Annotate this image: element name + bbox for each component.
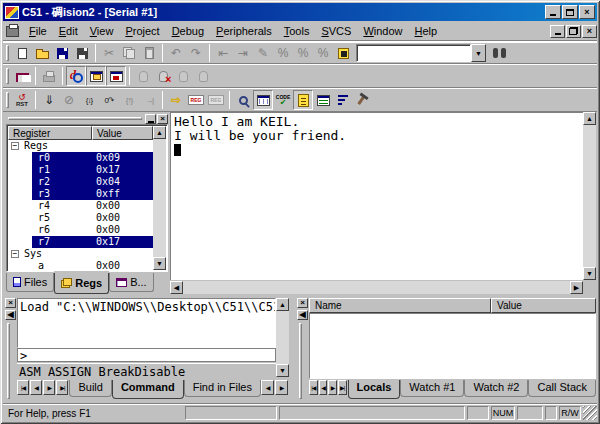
mdi-minimize-button[interactable] <box>550 25 565 38</box>
watch-tab-call-stack[interactable]: Call Stack <box>528 380 596 397</box>
menu-file[interactable]: File <box>23 23 53 39</box>
output-nav-last-icon[interactable]: ▶| <box>56 380 68 395</box>
command-scrollbar[interactable]: ▲ ▼ <box>276 298 289 377</box>
register-row[interactable]: r60x00 <box>8 224 153 236</box>
start-stop-debug-button[interactable] <box>66 66 86 86</box>
serial-document-icon[interactable] <box>6 26 19 37</box>
watch-nav-last-icon[interactable]: ▶| <box>338 380 347 395</box>
serial-window[interactable]: Hello I am KEIL.I will be your friend. <box>170 112 583 280</box>
register-pane-grip[interactable]: × <box>6 113 168 124</box>
performance-analyzer-button[interactable] <box>333 90 353 110</box>
open-file-button[interactable] <box>32 43 52 63</box>
reset-cpu-button[interactable] <box>12 90 32 110</box>
combo-dropdown-button[interactable]: ▼ <box>471 44 486 62</box>
output-pane-grip[interactable]: × ◀ <box>3 297 16 401</box>
output-tab-build[interactable]: Build <box>69 380 111 397</box>
tab-files[interactable]: Files <box>6 273 54 292</box>
dock-close-button[interactable]: × <box>157 114 168 124</box>
title-bar[interactable]: C51 - 碉ision2 - [Serial #1] × <box>3 3 597 21</box>
menu-tools[interactable]: Tools <box>278 23 316 39</box>
minimize-button[interactable] <box>545 5 561 19</box>
run-button[interactable]: ⇓ <box>39 90 59 110</box>
watch-nav-first-icon[interactable]: |◀ <box>309 380 318 395</box>
toolbar-grip[interactable] <box>6 45 9 61</box>
value-column-header[interactable]: Value <box>92 126 153 140</box>
scroll-down-icon[interactable]: ▼ <box>583 267 596 280</box>
menu-project[interactable]: Project <box>119 23 165 39</box>
tools-menu-button[interactable] <box>353 90 373 110</box>
scroll-down-icon[interactable]: ▼ <box>153 257 166 270</box>
find-in-files-button[interactable] <box>489 43 509 63</box>
dock-collapse-button[interactable]: ◀ <box>297 310 308 320</box>
scroll-left-icon[interactable]: ◀ <box>170 281 183 294</box>
find-text-input[interactable] <box>356 44 471 62</box>
code-coverage-button[interactable] <box>273 90 293 110</box>
step-into-button[interactable]: {↓} <box>79 90 99 110</box>
scroll-up-icon[interactable]: ▲ <box>153 126 166 139</box>
output-nav-first-icon[interactable]: |◀ <box>17 380 29 395</box>
menu-svcs[interactable]: SVCS <box>315 23 357 39</box>
watch-tab-locals[interactable]: Locals <box>348 380 401 399</box>
register-row[interactable]: r40x00 <box>8 200 153 212</box>
register-scrollbar[interactable]: ▲ ▼ <box>153 126 166 270</box>
output-nav-prev-icon[interactable]: ◀ <box>30 380 42 395</box>
register-column-header[interactable]: Register <box>8 126 92 140</box>
watch-nav-next-icon[interactable]: ▶ <box>328 380 337 395</box>
toolbar-grip[interactable] <box>6 68 9 84</box>
watch-window-button[interactable] <box>253 90 273 110</box>
disassembly-window-button[interactable] <box>233 90 253 110</box>
register-row[interactable]: Regs <box>8 140 153 152</box>
find-text-combobox[interactable]: ▼ <box>356 44 486 62</box>
menu-debug[interactable]: Debug <box>166 23 210 39</box>
tab-b[interactable]: B... <box>109 273 154 292</box>
register-row[interactable]: a0x00 <box>8 260 153 270</box>
scroll-up-icon[interactable]: ▲ <box>583 112 596 125</box>
menu-peripherals[interactable]: Peripherals <box>210 23 278 39</box>
registers-window-button[interactable] <box>186 90 206 110</box>
step-over-button[interactable]: 0↷ <box>99 90 119 110</box>
register-row[interactable]: r20x04 <box>8 176 153 188</box>
watch-nav-prev-icon[interactable]: ◀ <box>319 380 328 395</box>
kill-all-breakpoints-button[interactable] <box>153 66 173 86</box>
save-all-button[interactable] <box>72 43 92 63</box>
tree-collapse-icon[interactable] <box>11 142 19 150</box>
resize-grip[interactable] <box>583 406 597 420</box>
toolbar-grip[interactable] <box>6 92 9 108</box>
value-column-header[interactable]: Value <box>491 298 596 313</box>
save-file-button[interactable] <box>52 43 72 63</box>
close-button[interactable]: × <box>579 5 595 19</box>
scroll-right-icon[interactable]: ▶ <box>570 281 583 294</box>
output-tab-find-in-files[interactable]: Find in Files <box>184 380 261 397</box>
register-row[interactable]: Sys <box>8 248 153 260</box>
register-row[interactable]: r00x09 <box>8 152 153 164</box>
dock-close-button[interactable]: × <box>5 298 16 308</box>
serial-vertical-scrollbar[interactable]: ▲ ▼ <box>583 112 596 280</box>
dock-minimize-button[interactable] <box>145 114 156 124</box>
menu-edit[interactable]: Edit <box>53 23 84 39</box>
tree-collapse-icon[interactable] <box>11 250 19 258</box>
scroll-up-icon[interactable]: ▲ <box>276 298 289 311</box>
watch-pane-grip[interactable]: × ◀ <box>295 297 308 401</box>
watch-tab-watch-1[interactable]: Watch #1 <box>400 380 464 397</box>
scroll-left-icon[interactable]: ◀ <box>261 380 274 395</box>
memory-window-button[interactable] <box>313 90 333 110</box>
help-books-button[interactable] <box>12 66 32 86</box>
watch-tab-watch-2[interactable]: Watch #2 <box>464 380 528 397</box>
tab-regs[interactable]: Regs <box>54 273 109 294</box>
dock-close-button[interactable]: × <box>297 298 308 308</box>
menu-view[interactable]: View <box>84 23 120 39</box>
mdi-restore-button[interactable] <box>566 25 581 38</box>
output-window-button[interactable] <box>106 66 126 86</box>
project-window-button[interactable] <box>86 66 106 86</box>
maximize-button[interactable] <box>562 5 578 19</box>
register-row[interactable]: r50x00 <box>8 212 153 224</box>
serial-horizontal-scrollbar[interactable]: ◀ ▶ <box>170 281 583 294</box>
serial-window-button[interactable] <box>293 90 313 110</box>
register-row[interactable]: r30xff <box>8 188 153 200</box>
watch-body[interactable] <box>309 313 596 379</box>
menu-help[interactable]: Help <box>409 23 444 39</box>
toggle-bookmark-button[interactable] <box>333 43 353 63</box>
mdi-close-button[interactable]: × <box>582 25 597 38</box>
menu-window[interactable]: Window <box>357 23 408 39</box>
command-input[interactable]: > <box>17 348 276 362</box>
